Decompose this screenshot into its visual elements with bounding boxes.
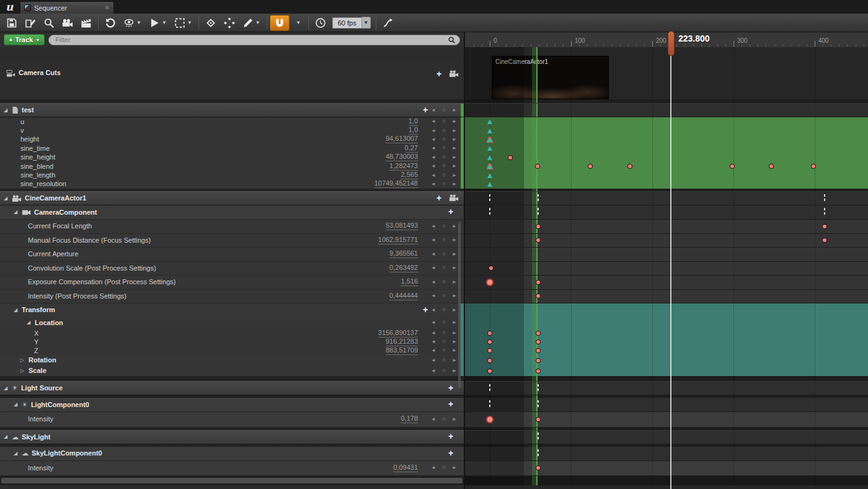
time-snap-interval-button[interactable] bbox=[311, 15, 330, 31]
add-key-icon[interactable]: ○ bbox=[442, 339, 445, 344]
section-bound-marker[interactable] bbox=[489, 400, 490, 409]
keyframe-dot[interactable] bbox=[536, 331, 541, 336]
keyframe-dot-selected[interactable] bbox=[486, 415, 494, 423]
timeline-row-intensity[interactable] bbox=[465, 461, 868, 477]
refresh-button[interactable] bbox=[101, 15, 120, 31]
row-value[interactable]: 48,730003 bbox=[386, 153, 418, 161]
add-key-icon[interactable]: ○ bbox=[442, 107, 445, 113]
add-section-button[interactable]: + bbox=[447, 208, 454, 217]
timeline-row-scale[interactable] bbox=[465, 366, 868, 376]
keyframe-dot[interactable] bbox=[627, 164, 632, 169]
keyframe-triangle[interactable] bbox=[487, 155, 492, 160]
timeline-row-sine-height[interactable] bbox=[465, 153, 868, 162]
outliner-row-sine-height[interactable]: sine_height48,730003◄○► bbox=[0, 153, 464, 162]
keyframe-triangle[interactable] bbox=[487, 173, 492, 178]
row-value[interactable]: 1062,915771 bbox=[378, 236, 418, 244]
add-section-button[interactable]: + bbox=[422, 305, 429, 314]
next-key-icon[interactable]: ► bbox=[452, 182, 457, 187]
outliner-row-intensity-post-process-settings[interactable]: Intensity (Post Process Settings)0,44444… bbox=[0, 290, 464, 304]
keyframe-dot[interactable] bbox=[487, 348, 492, 353]
previous-key-icon[interactable]: ◄ bbox=[431, 369, 436, 374]
curve-editor-button[interactable] bbox=[379, 15, 397, 31]
next-key-icon[interactable]: ► bbox=[452, 320, 457, 325]
add-key-icon[interactable]: ○ bbox=[442, 119, 445, 124]
playhead-line[interactable] bbox=[670, 47, 671, 489]
next-key-icon[interactable]: ► bbox=[452, 308, 457, 313]
keyframe-dot[interactable] bbox=[822, 238, 827, 243]
next-key-icon[interactable]: ► bbox=[452, 119, 457, 124]
row-value[interactable]: 2,565 bbox=[401, 171, 418, 179]
keyframe-dot[interactable] bbox=[535, 164, 540, 169]
outliner-row-cinecameraactor1[interactable]: ◢CineCameraActor1+ bbox=[0, 191, 464, 205]
collapse-expanded-icon[interactable]: ◢ bbox=[14, 451, 22, 456]
render-movie-button[interactable] bbox=[77, 15, 95, 31]
keyframe-dot[interactable] bbox=[822, 224, 827, 229]
previous-key-icon[interactable]: ◄ bbox=[431, 146, 436, 151]
timeline-row-sine-time[interactable] bbox=[465, 144, 868, 153]
next-key-icon[interactable]: ► bbox=[452, 358, 457, 363]
previous-key-icon[interactable]: ◄ bbox=[431, 320, 436, 325]
outliner-row-convolution-scale-post-process-settings[interactable]: Convolution Scale (Post Process Settings… bbox=[0, 262, 464, 276]
add-key-icon[interactable]: ○ bbox=[442, 181, 445, 187]
section-bound-marker[interactable] bbox=[538, 433, 539, 441]
next-key-icon[interactable]: ► bbox=[452, 369, 457, 374]
outliner-row-rotation[interactable]: ▷Rotation◄○► bbox=[0, 355, 464, 366]
previous-key-icon[interactable]: ◄ bbox=[431, 119, 436, 124]
add-section-button[interactable]: + bbox=[447, 449, 454, 457]
collapse-expanded-icon[interactable]: ◢ bbox=[14, 210, 22, 215]
next-key-icon[interactable]: ► bbox=[452, 252, 457, 257]
keyframe-dot[interactable] bbox=[536, 358, 541, 363]
add-key-icon[interactable]: ○ bbox=[442, 307, 445, 313]
keyframe-triangle-selected[interactable] bbox=[487, 164, 492, 169]
row-value[interactable]: 0,09431 bbox=[393, 464, 418, 472]
keyframe-triangle[interactable] bbox=[487, 128, 492, 133]
timeline-row-transform[interactable] bbox=[465, 303, 868, 316]
collapse-expanded-icon[interactable]: ◢ bbox=[27, 320, 35, 325]
add-section-button[interactable]: + bbox=[435, 70, 443, 78]
add-key-icon[interactable]: ○ bbox=[442, 330, 445, 336]
outliner-row-sine-blend[interactable]: sine_blend1,282473◄○► bbox=[0, 162, 464, 171]
timeline-row-sine-length[interactable] bbox=[465, 171, 868, 179]
tab-close-icon[interactable]: ✕ bbox=[105, 4, 110, 11]
next-key-icon[interactable]: ► bbox=[452, 280, 457, 285]
outliner-row-sine-time[interactable]: sine_time0,27◄○► bbox=[0, 144, 464, 153]
add-key-icon[interactable]: ○ bbox=[442, 265, 445, 271]
outliner-row-height[interactable]: height94,613007◄○► bbox=[0, 135, 464, 144]
outliner-row-current-aperture[interactable]: Current Aperture9,365561◄○► bbox=[0, 248, 464, 262]
outliner-row-z[interactable]: Z883,51709◄○► bbox=[0, 346, 464, 355]
outliner-row-light-source[interactable]: ◢☀Light Source+ bbox=[0, 381, 464, 395]
camera-cut-clip[interactable]: CineCameraActor1 bbox=[492, 56, 609, 99]
add-key-icon[interactable]: ○ bbox=[442, 237, 445, 243]
next-key-icon[interactable]: ► bbox=[452, 266, 457, 271]
next-key-icon[interactable]: ► bbox=[452, 465, 457, 470]
add-section-button[interactable]: + bbox=[447, 384, 454, 392]
tab-sequencer[interactable]: Sequencer ✕ bbox=[20, 1, 114, 14]
snap-options-button[interactable]: ▼ bbox=[290, 15, 306, 31]
keyframe-dot[interactable] bbox=[536, 369, 541, 374]
row-value[interactable]: 94,613007 bbox=[386, 135, 418, 143]
collapse-expanded-icon[interactable]: ◢ bbox=[14, 308, 22, 313]
filter-input[interactable] bbox=[48, 35, 460, 45]
timeline-row-skylightcomponent0[interactable] bbox=[465, 447, 868, 461]
outliner-row-u[interactable]: u1,0◄○► bbox=[0, 117, 464, 126]
keyframe-dot[interactable] bbox=[536, 417, 541, 422]
outliner-row-sine-resolution[interactable]: sine_resolution10749,452148◄○► bbox=[0, 180, 464, 189]
timeline-row-z[interactable] bbox=[465, 346, 868, 355]
timeline-row-x[interactable] bbox=[465, 329, 868, 338]
previous-key-icon[interactable]: ◄ bbox=[431, 128, 436, 133]
keyframe-dot[interactable] bbox=[811, 164, 816, 169]
section-bound-marker[interactable] bbox=[538, 400, 539, 409]
add-key-icon[interactable]: ○ bbox=[442, 137, 445, 142]
previous-key-icon[interactable]: ◄ bbox=[431, 348, 436, 353]
keyframe-dot[interactable] bbox=[536, 465, 541, 470]
row-value[interactable]: 3156,890137 bbox=[378, 330, 418, 338]
add-key-icon[interactable]: ○ bbox=[442, 465, 445, 470]
keyframe-options-button[interactable] bbox=[202, 15, 220, 31]
section-bound-marker[interactable] bbox=[489, 208, 490, 217]
select-edit-options-button[interactable]: ▼ bbox=[170, 15, 196, 31]
previous-key-icon[interactable]: ◄ bbox=[431, 155, 436, 160]
previous-key-icon[interactable]: ◄ bbox=[431, 294, 436, 298]
add-section-button[interactable]: + bbox=[435, 194, 443, 202]
chevron-down-icon[interactable]: ▼ bbox=[361, 17, 371, 29]
row-value[interactable]: 0,263492 bbox=[389, 264, 418, 272]
